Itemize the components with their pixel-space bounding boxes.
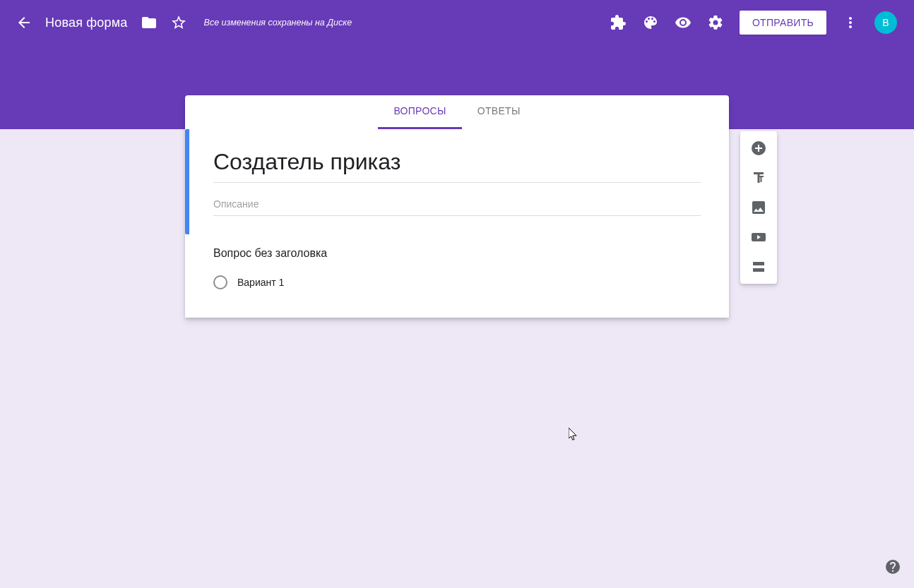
add-image-button[interactable] [749,198,768,217]
add-section-button[interactable] [749,257,768,277]
star-icon[interactable] [170,14,187,31]
folder-icon[interactable] [141,14,158,31]
add-question-button[interactable] [749,138,768,158]
form-title-input[interactable] [213,142,701,183]
palette-icon[interactable] [642,14,659,31]
radio-icon [213,275,227,289]
title-and-description-block[interactable] [185,129,729,234]
save-status: Все изменения сохранены на Диске [204,17,352,29]
account-avatar[interactable]: В [874,11,897,34]
card-tabs: ВОПРОСЫ ОТВЕТЫ [185,95,729,129]
more-icon[interactable] [842,14,859,31]
side-toolbar [740,131,777,284]
preview-icon[interactable] [675,14,692,31]
tab-responses[interactable]: ОТВЕТЫ [462,95,536,129]
option-label[interactable]: Вариант 1 [237,277,284,288]
help-icon[interactable] [884,558,901,575]
back-icon[interactable] [16,14,32,31]
form-description-input[interactable] [213,186,701,216]
question-title[interactable]: Вопрос без заголовка [213,247,701,260]
header-right: ОТПРАВИТЬ В [610,11,914,35]
form-card: ВОПРОСЫ ОТВЕТЫ Вопрос без заголовка Вари… [185,95,729,318]
mouse-cursor-icon [569,428,578,440]
option-row[interactable]: Вариант 1 [213,275,701,289]
send-button[interactable]: ОТПРАВИТЬ [740,11,826,35]
add-title-button[interactable] [749,168,768,188]
settings-icon[interactable] [707,14,724,31]
app-header: Новая форма Все изменения сохранены на Д… [0,0,914,45]
question-block[interactable]: Вопрос без заголовка Вариант 1 [185,234,729,318]
tab-questions[interactable]: ВОПРОСЫ [378,95,461,129]
document-title[interactable]: Новая форма [45,16,128,30]
header-left: Новая форма Все изменения сохранены на Д… [0,14,352,31]
add-video-button[interactable] [749,227,768,247]
addons-icon[interactable] [610,14,627,31]
